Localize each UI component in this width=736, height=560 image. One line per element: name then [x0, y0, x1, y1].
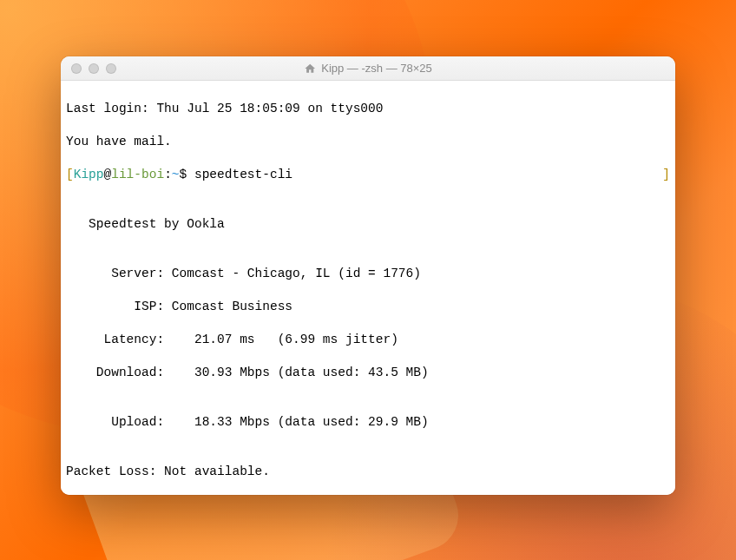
window-title-text: Kipp — -zsh — 78×25 [321, 62, 432, 75]
output-download: Download: 30.93 Mbps (data used: 43.5 MB… [66, 365, 670, 381]
window-title: Kipp — -zsh — 78×25 [304, 62, 432, 75]
terminal-window: Kipp — -zsh — 78×25 Last login: Thu Jul … [61, 56, 675, 495]
prompt-close-bracket: ] [662, 167, 670, 183]
prompt-dollar: $ [180, 168, 194, 181]
output-upload: Upload: 18.33 Mbps (data used: 29.9 MB) [66, 414, 670, 431]
prompt-line-1: [Kipp@lil-boi:~$ speedtest-cli] [66, 167, 670, 183]
output-header: Speedtest by Ookla [66, 216, 670, 233]
output-latency: Latency: 21.07 ms (6.99 ms jitter) [66, 332, 670, 348]
zoom-button[interactable] [106, 63, 116, 74]
close-button[interactable] [71, 63, 82, 74]
mail-notice-line: You have mail. [66, 134, 670, 150]
terminal-content[interactable]: Last login: Thu Jul 25 18:05:09 on ttys0… [61, 81, 675, 495]
prompt-colon: : [164, 168, 172, 181]
output-server: Server: Comcast - Chicago, IL (id = 1776… [66, 266, 670, 282]
traffic-lights [61, 63, 116, 74]
prompt-path: ~ [172, 168, 180, 181]
entered-command: speedtest-cli [194, 168, 292, 181]
home-folder-icon [304, 63, 316, 75]
prompt-host: lil-boi [111, 168, 164, 181]
prompt-open-bracket: [ [66, 168, 74, 181]
minimize-button[interactable] [89, 63, 99, 74]
output-isp: ISP: Comcast Business [66, 299, 670, 315]
prompt-at: @ [104, 168, 112, 181]
last-login-line: Last login: Thu Jul 25 18:05:09 on ttys0… [66, 101, 670, 117]
window-titlebar[interactable]: Kipp — -zsh — 78×25 [61, 56, 675, 81]
output-packet-loss: Packet Loss: Not available. [66, 464, 670, 480]
prompt-user: Kipp [74, 168, 104, 181]
